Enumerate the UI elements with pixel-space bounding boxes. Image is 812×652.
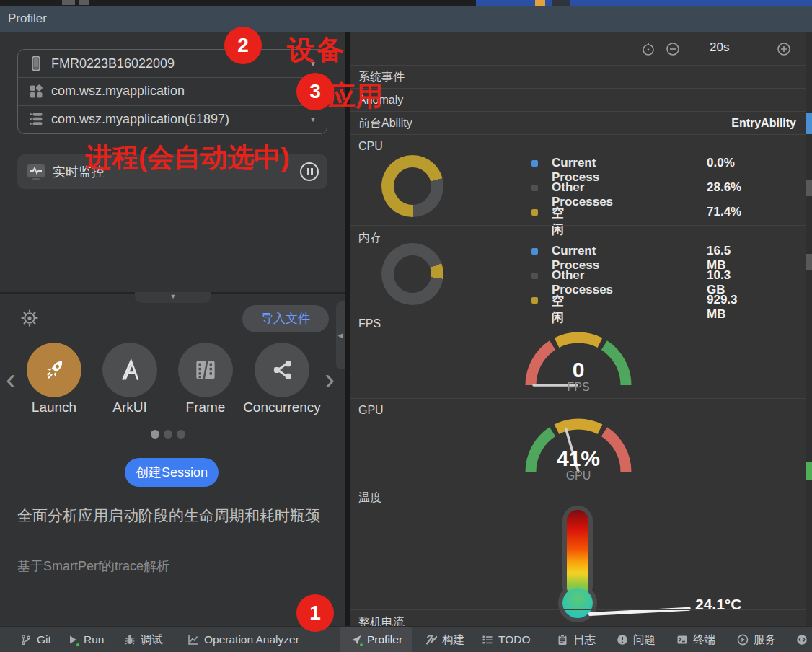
row-foreground-ability[interactable]: 前台Ability EntryAbility	[350, 111, 812, 134]
gpu-unit: GPU	[542, 470, 614, 483]
session-label-arkui: ArkUI	[112, 400, 147, 415]
legend-value: 28.6%	[707, 180, 741, 195]
tool-tab-profiler[interactable]: Profiler	[340, 627, 412, 652]
tool-tab-label: TODO	[498, 633, 531, 646]
foreground-ability-label: 前台Ability	[358, 117, 412, 129]
legend-swatch	[531, 273, 538, 279]
process-selector[interactable]: com.wsz.myapplication(61897) ▼	[18, 105, 327, 133]
tool-tab-label: 终端	[693, 633, 715, 648]
todo-list-icon	[482, 634, 493, 646]
legend-value: 71.4%	[707, 205, 741, 219]
carousel-dot-1[interactable]	[151, 430, 159, 439]
tool-tab-label: 日志	[573, 633, 596, 648]
session-type-arkui[interactable]	[102, 343, 157, 397]
carousel-prev-icon[interactable]: ‹	[6, 364, 22, 398]
top-strip-decor	[62, 0, 75, 5]
tool-tab-label: Profiler	[367, 633, 402, 646]
thermometer	[555, 505, 601, 622]
tool-tab-todo[interactable]: TODO	[482, 627, 531, 652]
memory-donut-chart	[381, 243, 443, 305]
panel-splitter[interactable]	[345, 32, 350, 626]
edge-marker-blue[interactable]	[806, 113, 812, 134]
time-window-value: 20s	[710, 40, 746, 55]
collapse-handle[interactable]: ▼	[135, 292, 211, 303]
session-sub-description: 基于SmartPerf的trace解析	[17, 558, 335, 575]
create-session-button[interactable]: 创建Session	[125, 458, 219, 487]
side-collapse-handle[interactable]: ◀	[336, 301, 345, 369]
target-selector-group: FMR0223B16022009 ▼ com.wsz.myapplication…	[17, 49, 327, 134]
tool-tab-debug[interactable]: 调试	[124, 627, 163, 652]
fps-value: 0	[542, 358, 614, 382]
tool-tab-label: 调试	[141, 633, 163, 648]
terminal-icon	[676, 634, 688, 646]
window-top-strip	[0, 0, 812, 6]
temperature-label: 温度	[358, 490, 381, 506]
session-type-launch[interactable]	[27, 343, 81, 397]
pause-icon[interactable]	[300, 162, 319, 181]
cpu-label: CPU	[358, 140, 383, 153]
monitor-toolbar: 20s	[350, 32, 812, 65]
top-strip-notch	[552, 0, 570, 6]
row-system-events[interactable]: 系统事件	[350, 65, 812, 88]
device-selector[interactable]: FMR0223B16022009 ▼	[18, 50, 327, 77]
gear-icon[interactable]	[20, 309, 39, 327]
film-frame-icon	[192, 356, 219, 384]
session-type-frame[interactable]	[178, 343, 233, 397]
tool-tab-label: Git	[37, 633, 51, 646]
cpu-section: CPU Current Process 0.0% Other Processes…	[350, 134, 812, 225]
chevron-down-icon[interactable]: ▼	[309, 115, 317, 123]
carousel-next-icon[interactable]: ›	[325, 364, 340, 398]
session-label-launch: Launch	[32, 400, 76, 415]
memory-section: 内存 Current Process 16.5 MB Other Process…	[350, 225, 812, 312]
session-label-frame: Frame	[186, 400, 226, 415]
process-name: com.wsz.myapplication(61897)	[51, 112, 229, 127]
tool-tab-operation-analyzer[interactable]: Operation Analyzer	[187, 627, 299, 652]
session-description: 全面分析应用启动阶段的生命周期和耗时瓶颈	[17, 504, 340, 528]
legend-swatch	[531, 248, 538, 255]
reset-timer-icon[interactable]	[640, 41, 656, 57]
legend-swatch	[531, 209, 538, 216]
import-file-button[interactable]: 导入文件	[242, 305, 329, 332]
tool-tab-problems[interactable]: 问题	[617, 627, 656, 652]
carousel-dot-2[interactable]	[164, 430, 172, 439]
tool-tab-run[interactable]: Run	[67, 627, 104, 652]
profiler-icon	[350, 634, 362, 646]
tool-tab-label: Operation Analyzer	[204, 633, 299, 646]
tool-tab-log[interactable]: 日志	[557, 627, 596, 652]
gpu-value: 41%	[542, 446, 614, 471]
edge-marker-green[interactable]	[806, 462, 812, 480]
arkui-icon	[115, 356, 144, 384]
app-grid-icon	[27, 83, 45, 100]
annotation-app: 应用	[328, 78, 383, 115]
carousel-dot-3[interactable]	[177, 430, 185, 439]
session-config-panel: FMR0223B16022009 ▼ com.wsz.myapplication…	[0, 32, 345, 626]
top-strip-decor	[79, 0, 89, 5]
cpu-donut-chart	[381, 155, 443, 217]
tool-tab-services[interactable]: 服务	[737, 627, 776, 652]
tool-tab-code-partial[interactable]	[796, 627, 808, 652]
zoom-in-icon[interactable]	[776, 41, 792, 57]
profiler-window: Profiler FMR0223B16022009 ▼ com.wsz.myap	[0, 0, 812, 652]
phone-icon	[27, 55, 45, 72]
tool-tab-terminal[interactable]: 终端	[676, 627, 715, 652]
fps-label: FPS	[358, 317, 381, 330]
tool-tab-build[interactable]: 构建	[425, 627, 464, 652]
row-anomaly[interactable]: Anomaly	[350, 88, 812, 111]
edge-marker-gray[interactable]	[806, 254, 812, 270]
zoom-out-icon[interactable]	[665, 41, 681, 57]
monitor-pulse-icon	[27, 163, 45, 180]
git-branch-icon	[20, 634, 32, 646]
tool-tab-git[interactable]: Git	[20, 627, 51, 652]
legend-swatch	[531, 185, 538, 191]
run-icon	[67, 634, 79, 646]
services-icon	[737, 634, 749, 646]
top-strip-orange	[535, 0, 545, 6]
hammer-icon	[425, 634, 437, 646]
session-type-concurrency[interactable]	[255, 343, 309, 397]
legend-value: 0.0%	[707, 156, 735, 170]
edge-marker-gray[interactable]	[806, 180, 812, 196]
share-network-icon	[268, 356, 296, 384]
legend-swatch	[531, 297, 538, 304]
app-selector[interactable]: com.wsz.myapplication ▼	[18, 77, 327, 105]
process-stack-icon	[27, 110, 45, 128]
